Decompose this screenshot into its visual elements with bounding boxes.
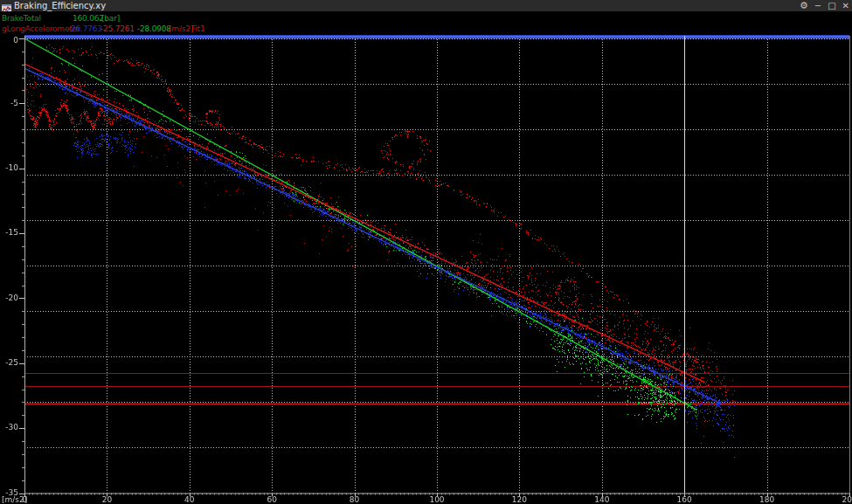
close-icon[interactable]: ✕ bbox=[842, 0, 849, 11]
glong-fit-value-red: -25.7261 bbox=[100, 24, 135, 34]
braketotal-unit: [bar] bbox=[101, 13, 120, 24]
minimize-icon[interactable]: − bbox=[814, 0, 821, 11]
fit-label: Fit1 bbox=[191, 24, 204, 34]
settings-icon[interactable]: ⚙ bbox=[800, 0, 808, 11]
channel-name-braketotal[interactable]: BrakeTotal bbox=[2, 13, 41, 24]
legend: BrakeTotal 160.062 [bar] gLongAccelerome… bbox=[0, 11, 852, 35]
legend-row-glong: gLongAccelerometer -26.7763 -25.7261 -28… bbox=[0, 24, 852, 34]
maximize-icon[interactable]: □ bbox=[828, 0, 835, 11]
legend-row-braketotal: BrakeTotal 160.062 [bar] bbox=[0, 13, 852, 24]
glong-fit-value-blue: -26.7763 bbox=[68, 24, 102, 34]
xy-plot-window: Braking_Efficiency.xy ⚙ − □ ✕ BrakeTotal… bbox=[0, 0, 852, 504]
app-icon bbox=[2, 1, 11, 10]
braketotal-cursor-value: 160.062 bbox=[73, 13, 104, 24]
window-title: Braking_Efficiency.xy bbox=[14, 0, 106, 11]
titlebar[interactable]: Braking_Efficiency.xy ⚙ − □ ✕ bbox=[0, 0, 852, 11]
glong-fit-value-green: -28.0908 bbox=[137, 24, 171, 34]
window-controls: ⚙ − □ ✕ bbox=[800, 0, 849, 11]
glong-unit: [m/s2] bbox=[169, 24, 193, 34]
xy-plot-canvas[interactable] bbox=[0, 35, 852, 504]
